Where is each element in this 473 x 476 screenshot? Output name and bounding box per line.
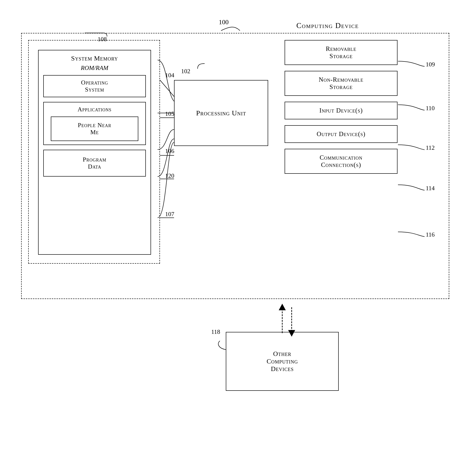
- other-devices-text: Other Computing Devices: [266, 350, 298, 373]
- non-removable-storage-wrapper: Non-Removable Storage: [285, 71, 421, 96]
- people-near-me-line1: People Near: [54, 122, 135, 129]
- up-arrow: [279, 304, 286, 310]
- processing-unit-box: Processing Unit: [174, 80, 268, 146]
- communication-wrapper: Communication Connection(s): [285, 149, 421, 174]
- other-devices-line2: Computing: [266, 357, 298, 365]
- operating-system-box: Operating System: [43, 75, 146, 97]
- label-100: 100: [219, 18, 228, 26]
- other-devices-line1: Other: [266, 350, 298, 357]
- other-devices-line3: Devices: [266, 365, 298, 373]
- non-removable-storage-box: Non-Removable Storage: [285, 71, 397, 96]
- output-device-label: Output Device(s): [289, 130, 393, 138]
- communication-box: Communication Connection(s): [285, 149, 397, 174]
- output-device-box: Output Device(s): [285, 125, 397, 143]
- applications-box: Applications People Near Me: [43, 102, 146, 145]
- non-removable-storage-line2: Storage: [289, 83, 393, 91]
- applications-label: Applications: [46, 106, 143, 113]
- non-removable-storage-line1: Non-Removable: [289, 76, 393, 83]
- removable-storage-line1: Removable: [289, 45, 393, 52]
- other-devices-box: Other Computing Devices: [226, 332, 339, 391]
- program-data-box: Program Data: [43, 150, 146, 177]
- right-boxes-container: Removable Storage Non-Removable Storage …: [285, 40, 421, 180]
- input-device-label: Input Device(s): [289, 107, 393, 114]
- people-near-me-box: People Near Me: [51, 117, 138, 141]
- os-label-line2: System: [46, 86, 143, 93]
- communication-line2: Connection(s): [289, 161, 393, 169]
- system-memory-outer-box: System Memory ROM/RAM Operating System A…: [28, 40, 160, 264]
- removable-storage-line2: Storage: [289, 52, 393, 60]
- removable-storage-box: Removable Storage: [285, 40, 397, 65]
- label-118: 118: [211, 328, 220, 336]
- rom-ram-label: ROM/RAM: [39, 63, 150, 75]
- input-device-box: Input Device(s): [285, 102, 397, 119]
- communication-line1: Communication: [289, 154, 393, 161]
- system-memory-title: System Memory: [39, 50, 150, 63]
- input-device-wrapper: Input Device(s): [285, 102, 421, 119]
- processing-unit-label: Processing Unit: [196, 109, 246, 117]
- computing-device-label: Computing Device: [296, 21, 359, 30]
- label-102: 102: [181, 68, 190, 75]
- removable-storage-wrapper: Removable Storage: [285, 40, 421, 65]
- system-memory-inner-box: System Memory ROM/RAM Operating System A…: [38, 50, 151, 255]
- program-data-line2: Data: [46, 163, 143, 170]
- people-near-me-line2: Me: [54, 129, 135, 136]
- program-data-line1: Program: [46, 156, 143, 163]
- output-device-wrapper: Output Device(s): [285, 125, 421, 143]
- os-label-line1: Operating: [46, 79, 143, 86]
